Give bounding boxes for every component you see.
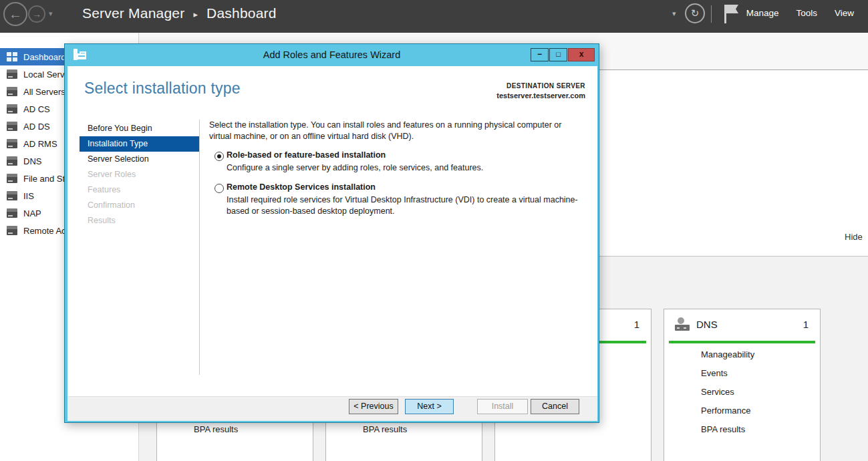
notifications-caret-icon[interactable]: ▾ [672, 9, 676, 18]
radio-role-based-or-feature-based-installation[interactable] [214, 152, 224, 161]
sidebar-item-label: NAP [23, 208, 41, 218]
role-tile-dns: DNS1↑ManageabilityEventsServicesPerforma… [664, 309, 821, 461]
option-label: Role-based or feature-based installation [227, 150, 386, 160]
breadcrumb-root[interactable]: Server Manager [82, 5, 184, 21]
breadcrumb: Server Manager ▸ Dashboard [82, 5, 277, 21]
remote-access-icon [7, 226, 17, 235]
installation-type-intro: Select the installation type. You can in… [209, 120, 581, 142]
sidebar-item-label: DNS [23, 156, 41, 166]
option-label: Remote Desktop Services installation [227, 182, 376, 192]
tile-count-badge: 1 [803, 319, 809, 330]
destination-server-name: testserver.testserver.com [496, 92, 585, 100]
sidebar-item-label: AD CS [23, 104, 50, 114]
wizard-step-features[interactable]: Features [80, 182, 199, 198]
tile-link-bpa-results[interactable]: BPA results [701, 420, 815, 438]
all-servers-icon [7, 87, 17, 96]
menu-item-tools[interactable]: Tools [796, 8, 817, 18]
flag-icon-cloth[interactable] [726, 5, 738, 13]
tile-link-manageability[interactable]: Manageability [701, 345, 815, 363]
file-storage-icon [7, 174, 17, 183]
minimize-icon[interactable]: − [531, 48, 549, 61]
tile-name: DNS [696, 319, 718, 330]
close-icon[interactable]: x [568, 48, 595, 61]
ad-ds-icon [7, 122, 17, 131]
cancel-button[interactable]: Cancel [531, 399, 579, 414]
tile-link-events[interactable]: Events [701, 363, 815, 382]
install-button[interactable]: Install [477, 399, 528, 414]
sidebar-item-label: IIS [23, 191, 34, 201]
next-button[interactable]: Next > [405, 399, 454, 414]
sidebar-item-label: AD RMS [23, 139, 57, 149]
wizard-step-installation-type[interactable]: Installation Type [80, 136, 199, 152]
iis-icon [7, 191, 17, 200]
tile-link-performance[interactable]: Performance [701, 401, 815, 420]
option-description: Configure a single server by adding role… [227, 162, 587, 174]
flag-icon[interactable] [724, 5, 726, 23]
top-bar: ← → ▾ Server Manager ▸ Dashboard ▾ ↻ Man… [0, 0, 868, 33]
add-roles-features-wizard-dialog: Add Roles and Features Wizard − □ x Sele… [64, 43, 599, 423]
destination-server-caption: DESTINATION SERVER [496, 82, 585, 90]
nav-content-divider [199, 120, 200, 375]
tile-count-badge: 1 [634, 319, 639, 330]
breadcrumb-current: Dashboard [206, 5, 277, 21]
ad-rms-icon [7, 139, 17, 148]
hide-link[interactable]: Hide [845, 232, 863, 242]
sidebar-item-label: All Servers [23, 87, 65, 97]
local-server-icon [7, 69, 17, 79]
sidebar-item-label: Dashboard [23, 52, 66, 62]
wizard-step-server-roles[interactable]: Server Roles [80, 167, 199, 182]
radio-remote-desktop-services-installation[interactable] [214, 184, 224, 193]
dashboard-grid-icon [7, 52, 17, 61]
menu-item-view[interactable]: View [835, 8, 854, 18]
option-description: Install required role services for Virtu… [227, 194, 587, 217]
toolbar-divider [711, 5, 712, 23]
destination-server: DESTINATION SERVER testserver.testserver… [496, 82, 585, 100]
nav-history-caret-icon[interactable]: ▾ [49, 9, 53, 18]
breadcrumb-arrow-icon: ▸ [193, 7, 198, 19]
nap-icon [7, 208, 17, 218]
server-manager-window: ← → ▾ Server Manager ▸ Dashboard ▾ ↻ Man… [0, 0, 868, 461]
menu-item-manage[interactable]: Manage [746, 8, 779, 18]
refresh-icon[interactable]: ↻ [685, 3, 705, 23]
previous-button[interactable]: < Previous [349, 399, 398, 414]
maximize-icon[interactable]: □ [549, 48, 567, 61]
dialog-title-bar[interactable]: Add Roles and Features Wizard − □ x [65, 44, 599, 66]
wizard-step-results[interactable]: Results [80, 213, 199, 228]
wizard-step-before-you-begin[interactable]: Before You Begin [80, 121, 199, 136]
page-title: Select installation type [84, 80, 241, 98]
menu-bar: ManageToolsView [746, 8, 854, 18]
tile-status-line [669, 341, 815, 343]
ad-cs-icon [7, 104, 17, 114]
back-icon[interactable]: ← [3, 2, 27, 26]
server-tile-icon [675, 317, 691, 331]
dialog-title: Add Roles and Features Wizard [65, 49, 599, 60]
wizard-step-server-selection[interactable]: Server Selection [80, 152, 199, 167]
forward-icon[interactable]: → [28, 5, 45, 23]
tile-link-services[interactable]: Services [701, 382, 815, 401]
sidebar-item-label: AD DS [23, 122, 50, 132]
wizard-step-confirmation[interactable]: Confirmation [80, 198, 199, 213]
dns-icon [7, 156, 17, 166]
dialog-body: Select installation type DESTINATION SER… [67, 66, 597, 396]
